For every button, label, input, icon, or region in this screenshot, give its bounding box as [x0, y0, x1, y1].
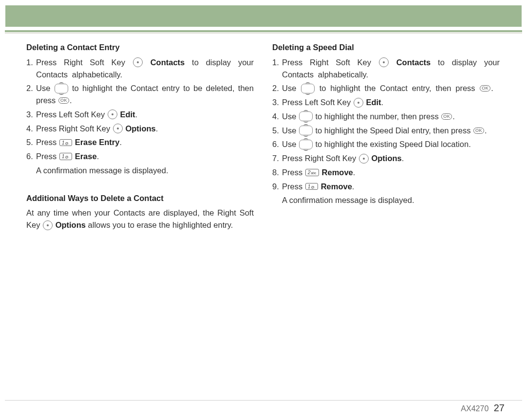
paragraph: At any time when your Contacts are displ…	[26, 207, 254, 231]
key-2-icon: 2abc	[305, 169, 319, 176]
step-number: 4.	[272, 110, 282, 123]
manual-page: Deleting a Contact Entry 1.Press Right S…	[0, 5, 526, 420]
step-text: Press Right Soft Key Options.	[282, 152, 500, 164]
step-number: 3.	[272, 96, 282, 109]
section-heading: Deleting a Contact Entry	[26, 41, 254, 54]
header-band	[5, 5, 522, 27]
list-item: 5.Use to highlight the Speed Dial entry,…	[272, 125, 500, 137]
header-rule-thick	[5, 30, 522, 32]
step-text: Press 1@. Erase Entry.	[36, 136, 254, 148]
list-item: 8.Press 2abc Remove.	[272, 166, 500, 179]
confirmation-text: A confirmation message is displayed.	[282, 194, 500, 206]
list-item: 1.Press Right Soft Key Contacts to displ…	[272, 56, 500, 81]
ok-key-icon: OK	[480, 85, 490, 91]
list-item: 6.Press 1@. Erase.	[26, 150, 254, 163]
step-text: Press Left Soft Key Edit.	[36, 109, 254, 121]
step-number: 2.	[26, 82, 36, 107]
steps-list: 1.Press Right Soft Key Contacts to displ…	[272, 56, 500, 193]
step-number: 4.	[26, 123, 36, 135]
section-heading: Additional Ways to Delete a Contact	[26, 192, 254, 204]
step-number: 5.	[272, 125, 282, 137]
nav-key-icon	[301, 84, 315, 93]
steps-list: 1.Press Right Soft Key Contacts to displ…	[26, 56, 254, 163]
softkey-icon	[43, 220, 53, 230]
softkey-icon	[133, 57, 143, 67]
list-item: 1.Press Right Soft Key Contacts to displ…	[26, 56, 254, 81]
step-number: 5.	[26, 136, 36, 148]
step-text: Use to highlight the Contact entry to be…	[36, 82, 254, 107]
step-text: Press Right Soft Key Options.	[36, 123, 254, 135]
softkey-icon	[108, 110, 117, 119]
step-text: Press Left Soft Key Edit.	[282, 96, 500, 109]
list-item: 4.Use to highlight the number, then pres…	[272, 110, 500, 123]
page-footer: AX4270 27	[461, 401, 505, 415]
step-number: 2.	[272, 82, 282, 94]
list-item: 2.Use to highlight the Contact entry, th…	[272, 82, 500, 94]
list-item: 4.Press Right Soft Key Options.	[26, 123, 254, 135]
step-text: Press Right Soft Key Contacts to display…	[36, 56, 254, 81]
list-item: 2.Use to highlight the Contact entry to …	[26, 82, 254, 107]
step-number: 9.	[272, 181, 282, 193]
step-text: Press 2abc Remove.	[282, 166, 500, 179]
softkey-icon	[113, 124, 123, 133]
header-rule-thin	[5, 33, 522, 34]
left-column: Deleting a Contact Entry 1.Press Right S…	[26, 39, 254, 231]
list-item: 3.Press Left Soft Key Edit.	[26, 109, 254, 121]
step-number: 1.	[272, 56, 282, 81]
ok-key-icon: OK	[473, 128, 484, 134]
section-heading: Deleting a Speed Dial	[272, 41, 500, 54]
step-number: 6.	[26, 150, 36, 163]
list-item: 7.Press Right Soft Key Options.	[272, 152, 500, 164]
step-number: 7.	[272, 152, 282, 164]
list-item: 3.Press Left Soft Key Edit.	[272, 96, 500, 109]
nav-key-icon	[299, 111, 313, 121]
step-number: 3.	[26, 109, 36, 121]
step-text: Press Right Soft Key Contacts to display…	[282, 56, 500, 81]
list-item: 6.Use to highlight the existing Speed Di…	[272, 138, 500, 150]
step-number: 8.	[272, 166, 282, 179]
step-number: 6.	[272, 138, 282, 150]
nav-key-icon	[55, 84, 68, 93]
softkey-icon	[379, 57, 389, 67]
step-text: Use to highlight the Speed Dial entry, t…	[282, 125, 500, 137]
softkey-icon	[359, 154, 369, 164]
key-1-icon: 1@.	[59, 139, 72, 146]
nav-key-icon	[299, 126, 313, 135]
list-item: 9.Press 1@. Remove.	[272, 181, 500, 193]
ok-key-icon: OK	[441, 113, 452, 120]
step-text: Press 1@. Remove.	[282, 181, 500, 193]
footer-rule	[5, 400, 522, 401]
step-text: Use to highlight the number, then press …	[282, 110, 500, 123]
list-item: 5.Press 1@. Erase Entry.	[26, 136, 254, 148]
step-text: Use to highlight the Contact entry, then…	[282, 82, 500, 94]
key-1-icon: 1@.	[59, 153, 72, 160]
model-number: AX4270	[461, 404, 488, 413]
confirmation-text: A confirmation message is displayed.	[36, 164, 254, 177]
ok-key-icon: OK	[58, 97, 69, 104]
nav-key-icon	[299, 140, 313, 149]
step-text: Press 1@. Erase.	[36, 150, 254, 163]
right-column: Deleting a Speed Dial 1.Press Right Soft…	[272, 39, 500, 231]
step-text: Use to highlight the existing Speed Dial…	[282, 138, 500, 150]
softkey-icon	[354, 98, 363, 108]
step-number: 1.	[26, 56, 36, 81]
key-1-icon: 1@.	[305, 183, 318, 190]
page-number: 27	[494, 402, 505, 413]
